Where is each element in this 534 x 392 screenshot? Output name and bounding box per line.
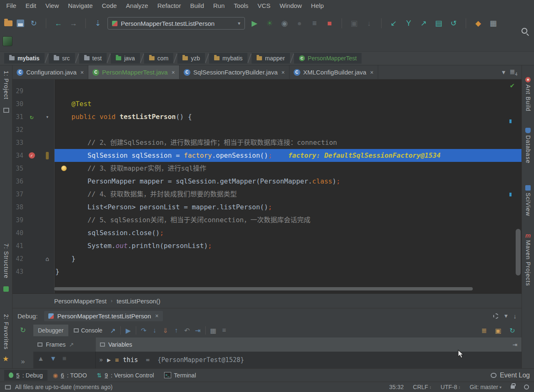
code-line[interactable]: @Test [55, 97, 522, 110]
step-into-icon[interactable]: ↓ [150, 325, 160, 335]
gutter-icon-slot[interactable]: ▾ [40, 114, 55, 120]
stop-icon[interactable]: ■ [324, 18, 335, 29]
menu-item-help[interactable]: Help [307, 0, 329, 11]
coverage-icon[interactable]: ☀ [264, 18, 275, 29]
breadcrumb-item[interactable]: mapper [252, 53, 289, 64]
gutter-cell[interactable]: 43 [12, 265, 55, 278]
close-icon[interactable]: × [155, 313, 159, 319]
frame-down-icon[interactable]: ▼ [50, 355, 57, 362]
step-out-icon[interactable]: ↑ [171, 325, 181, 335]
breadcrumb-item[interactable]: yzb [177, 53, 205, 64]
gutter-icon-slot[interactable]: ↻ [23, 113, 40, 121]
menu-item-file[interactable]: File [2, 0, 21, 11]
gutter-cell[interactable]: 34✓ [12, 149, 55, 162]
close-icon[interactable]: × [172, 69, 175, 76]
breadcrumb-item[interactable]: CPersonMapperTest [294, 53, 362, 64]
close-icon[interactable]: × [80, 69, 84, 76]
breadcrumb-item[interactable]: test [79, 53, 107, 64]
breadcrumb-method[interactable]: testListPerson() [117, 298, 160, 305]
step-over-icon[interactable]: ↷ [139, 325, 149, 335]
variable-value[interactable]: {PersonMapperTest@1528} [157, 356, 244, 364]
toolwindow-button-terminal[interactable]: >_Terminal [160, 370, 201, 381]
structure-icon[interactable] [3, 286, 9, 292]
gutter-icon-slot[interactable]: ✓ [23, 152, 40, 159]
menu-item-analyze[interactable]: Analyze [121, 0, 152, 11]
expand-node-icon[interactable]: ▶ [107, 356, 111, 364]
code-line[interactable]: List<Person> personList = mapper.listPer… [55, 201, 522, 213]
menu-item-tools[interactable]: Tools [229, 0, 253, 11]
code-line[interactable]: // 2、创建SqlSession，进行数据库操作；相当于获取数据库连接：con… [55, 136, 522, 149]
code-line[interactable] [55, 84, 522, 97]
thread-dump-icon[interactable]: ▣ [493, 325, 503, 335]
error-stripe-mark[interactable] [509, 193, 512, 196]
gutter-cell[interactable]: 30 [12, 97, 55, 110]
gutter-cell[interactable]: 38 [12, 201, 55, 213]
toolwindow-button-versioncontrol[interactable]: ⇅9: Version Control [92, 370, 159, 381]
gutter-cell[interactable]: 40 [12, 226, 55, 239]
rollback-icon[interactable]: ↺ [448, 18, 459, 29]
vcs-branch-icon[interactable]: Y [403, 18, 414, 29]
code-line[interactable]: } [55, 252, 522, 265]
error-stripe-mark[interactable] [509, 119, 512, 123]
vertical-scrollbar[interactable] [516, 229, 521, 275]
table-icon[interactable]: ▦ [488, 18, 499, 29]
indicator-icon[interactable] [524, 385, 529, 390]
lock-icon[interactable] [511, 385, 515, 389]
horizontal-scrollbar[interactable] [54, 287, 473, 290]
collapse-icon[interactable]: » [99, 356, 103, 364]
run-to-cursor-icon[interactable]: ⇥ [193, 325, 203, 335]
toolwindow-button-todo[interactable]: ◉6: TODO [48, 370, 92, 381]
favorites-star-icon[interactable]: ★ [2, 355, 9, 363]
sidebar-item-sciview[interactable]: SciView [522, 193, 534, 216]
chevron-down-icon[interactable]: ▾ [504, 312, 508, 320]
chevron-down-icon[interactable]: ▾ [238, 20, 240, 26]
code-line[interactable]: // 3、获取mapper实例，进行sql操作 [55, 162, 522, 175]
build-artifacts-icon[interactable]: ≡ [309, 18, 320, 29]
tab-debugger[interactable]: Debugger [33, 325, 68, 336]
restart-dim-icon[interactable]: ▣ [349, 18, 359, 29]
back-icon[interactable]: ← [53, 18, 64, 29]
code-line[interactable]: SqlSession sqlSession = factory.openSess… [55, 149, 522, 162]
window-arrow-icon[interactable]: ▤ [433, 18, 444, 29]
update-project-icon[interactable]: ↙ [388, 18, 399, 29]
sidebar-item-maven[interactable]: Maven Projects [522, 240, 534, 286]
pin-right-icon[interactable]: ⇥ [512, 341, 517, 348]
annotate-icon[interactable]: ⇣ [92, 18, 103, 29]
sidebar-item-favorites[interactable]: 2: Favorites [0, 314, 12, 350]
breadcrumb-item[interactable]: java [111, 53, 140, 64]
debug-session-tab[interactable]: PersonMapperTest.testListPerson × [44, 311, 162, 321]
ant-icon[interactable] [525, 77, 531, 82]
breadcrumb-item[interactable]: src [49, 53, 75, 64]
gutter-cell[interactable]: 41 [12, 239, 55, 252]
close-icon[interactable]: × [370, 69, 373, 76]
search-everywhere-icon[interactable] [522, 28, 527, 34]
code-line[interactable]: // 5、sqlSession关闭，相当于关闭connection，一次数据库会… [55, 213, 522, 226]
profiler-icon[interactable]: ◉ [279, 18, 290, 29]
frames-content[interactable]: ▲▼≡ [33, 352, 96, 368]
code-line[interactable]: } [55, 265, 522, 278]
hide-window-icon[interactable]: ↓ [514, 313, 517, 320]
sidebar-item-structure[interactable]: 7: Structure [0, 243, 12, 278]
tabs-dropdown-icon[interactable]: ▾ [502, 68, 505, 76]
code-line[interactable]: System.out.println(personList); [55, 239, 522, 252]
menu-item-code[interactable]: Code [97, 0, 121, 11]
gear-icon[interactable] [493, 313, 499, 319]
line-separator-select[interactable]: CRLF↕ [413, 384, 432, 390]
menu-item-build[interactable]: Build [185, 0, 208, 11]
push-icon[interactable]: ↗ [418, 18, 429, 29]
drop-frame-icon[interactable]: ↶ [182, 325, 192, 335]
breadcrumb-class[interactable]: PersonMapperTest [54, 298, 107, 305]
close-icon[interactable]: × [282, 69, 285, 76]
menu-item-window[interactable]: Window [275, 0, 306, 11]
run-icon[interactable]: ▶ [249, 18, 260, 29]
toolwindow-button-debug[interactable]: 5: Debug [4, 370, 47, 381]
restore-layout-icon[interactable]: ≣ [479, 325, 489, 335]
gutter-cell[interactable]: 29 [12, 84, 55, 97]
breadcrumb-item[interactable]: mybatis [4, 53, 45, 64]
maven-icon[interactable]: m [525, 232, 531, 239]
attach-icon[interactable]: ● [294, 18, 305, 29]
sidebar-item-database[interactable]: Database [522, 135, 534, 164]
save-all-icon[interactable] [17, 20, 24, 27]
inspections-ok-icon[interactable]: ✔ [509, 82, 515, 89]
force-step-into-icon[interactable]: ⇓ [160, 325, 170, 335]
